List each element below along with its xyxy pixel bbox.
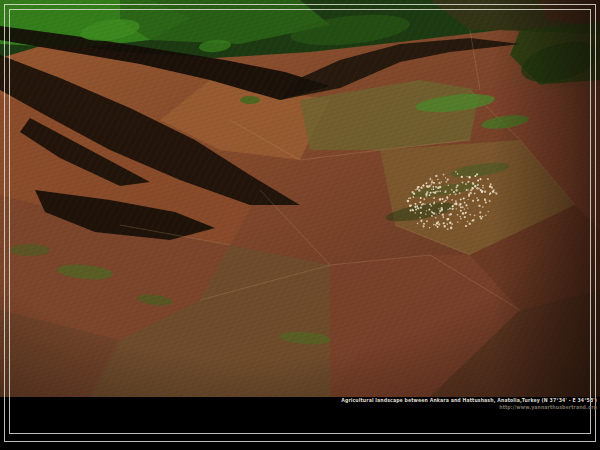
wallpaper-canvas: Agricultural landscape between Ankara an… <box>0 0 600 450</box>
photo-caption: Agricultural landscape between Ankara an… <box>341 397 597 410</box>
photo-caption-title: Agricultural landscape between Ankara an… <box>341 397 597 404</box>
right-edge-shade <box>0 0 600 397</box>
aerial-photo <box>0 0 600 397</box>
photo-credit-url: http://www.yannarthusbertrand.org <box>341 404 597 410</box>
